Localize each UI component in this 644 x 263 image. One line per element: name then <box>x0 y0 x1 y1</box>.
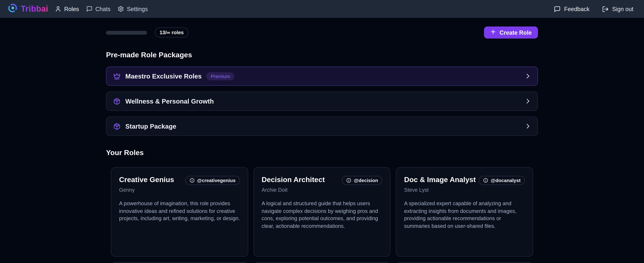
role-description: A specialized expert capable of analyzin… <box>404 200 525 230</box>
role-title: Doc & Image Analyst <box>404 175 476 184</box>
app-root: Tribbai Roles Chats <box>0 0 644 263</box>
gear-icon <box>118 6 124 12</box>
navbar-right: Feedback Sign out <box>554 5 634 12</box>
role-card-doc-image-analyst[interactable]: Doc & Image Analyst @docanalyst Steve Ly… <box>396 167 533 257</box>
nav-item-label: Roles <box>64 5 79 12</box>
main-content: 13/∞ roles Create Role Pre-made Role Pac… <box>106 26 538 263</box>
package-icon <box>113 123 120 130</box>
package-list: Maestro Exclusive Roles Premium Welln <box>106 66 538 136</box>
role-person: Archie Doit <box>262 187 382 193</box>
role-handle: @creativegenius <box>197 178 236 183</box>
chat-bubble-icon <box>86 6 92 12</box>
package-name: Wellness & Personal Growth <box>125 98 214 105</box>
brand-name: Tribbai <box>21 4 48 14</box>
nav-item-settings[interactable]: Settings <box>118 5 148 12</box>
premade-packages-title: Pre-made Role Packages <box>106 51 538 59</box>
role-description: A logical and structured guide that help… <box>262 200 382 230</box>
role-handle-badge[interactable]: @decision <box>342 176 382 185</box>
role-handle: @decision <box>354 178 378 183</box>
role-card-partial[interactable] <box>396 262 533 263</box>
chevron-right-icon <box>524 123 531 130</box>
card-header: Decision Architect @decision <box>262 175 382 185</box>
package-row-startup[interactable]: Startup Package <box>106 117 538 136</box>
logout-icon <box>602 5 609 12</box>
package-row-wellness[interactable]: Wellness & Personal Growth <box>106 91 538 111</box>
create-role-label: Create Role <box>500 29 532 36</box>
feedback-label: Feedback <box>564 5 590 12</box>
roles-count-badge: 13/∞ roles <box>155 27 188 37</box>
sign-out-label: Sign out <box>612 5 634 12</box>
premium-badge: Premium <box>206 72 234 80</box>
crown-icon <box>113 73 120 80</box>
chevron-right-icon <box>524 73 531 79</box>
roles-card-grid: Creative Genius @creativegenius Genny A … <box>106 167 538 263</box>
role-card-partial[interactable] <box>254 262 390 263</box>
package-icon <box>113 98 120 105</box>
role-card-partial[interactable] <box>111 262 248 263</box>
orbit-logo-icon <box>8 3 18 15</box>
create-role-button[interactable]: Create Role <box>484 26 538 38</box>
chevron-right-icon <box>524 98 531 105</box>
nav-item-chats[interactable]: Chats <box>86 5 110 12</box>
package-name: Maestro Exclusive Roles <box>125 73 202 80</box>
brand[interactable]: Tribbai <box>8 3 48 15</box>
nav-item-label: Settings <box>127 5 148 12</box>
roles-usage-progress-bar <box>106 31 147 34</box>
nav-item-roles[interactable]: Roles <box>55 5 79 12</box>
nav-item-label: Chats <box>95 5 110 12</box>
package-name: Startup Package <box>125 123 176 130</box>
card-header: Creative Genius @creativegenius <box>119 175 240 185</box>
feedback-button[interactable]: Feedback <box>554 5 590 12</box>
role-card-decision-architect[interactable]: Decision Architect @decision Archie Doit… <box>254 167 390 257</box>
info-icon <box>483 178 488 183</box>
role-description: A powerhouse of imagination, this role p… <box>119 200 240 223</box>
info-icon <box>190 178 195 183</box>
role-title: Creative Genius <box>119 175 174 184</box>
role-person: Steve Lyst <box>404 187 525 193</box>
roles-toolbar: 13/∞ roles Create Role <box>106 26 538 38</box>
plus-icon <box>490 29 496 36</box>
info-icon <box>346 178 352 183</box>
sign-out-button[interactable]: Sign out <box>602 5 634 12</box>
role-card-creative-genius[interactable]: Creative Genius @creativegenius Genny A … <box>111 167 248 257</box>
role-person: Genny <box>119 187 240 193</box>
navbar: Tribbai Roles Chats <box>0 0 644 18</box>
role-handle-badge[interactable]: @creativegenius <box>185 176 240 185</box>
role-handle: @docanalyst <box>491 178 520 183</box>
card-header: Doc & Image Analyst @docanalyst <box>404 175 525 185</box>
user-icon <box>55 6 61 12</box>
your-roles-title: Your Roles <box>106 148 538 157</box>
chat-bubble-icon <box>554 5 561 12</box>
role-handle-badge[interactable]: @docanalyst <box>479 176 525 185</box>
package-row-maestro[interactable]: Maestro Exclusive Roles Premium <box>106 66 538 86</box>
role-title: Decision Architect <box>262 175 325 184</box>
